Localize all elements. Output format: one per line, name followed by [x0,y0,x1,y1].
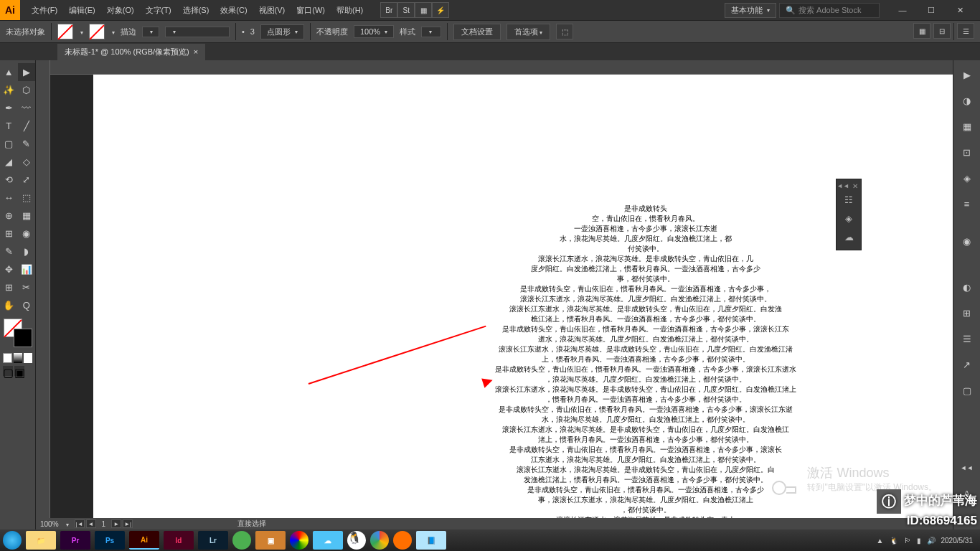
arrange-icon[interactable]: ▦ [415,2,432,18]
align2-icon[interactable]: ⊟ [933,23,951,39]
gpu-icon[interactable]: ⚡ [432,2,449,18]
eyedropper-tool[interactable]: ✎ [0,242,18,260]
menu-effect[interactable]: 效果(C) [215,5,253,16]
shaper-tool[interactable]: ◢ [0,153,18,171]
stroke-panel-icon[interactable]: ≡ [957,194,977,214]
taskbar-app-browser[interactable] [3,531,22,550]
menu-window[interactable]: 窗口(W) [291,5,331,16]
tray-icon[interactable]: ▲ [877,537,884,545]
close-button[interactable]: ✕ [946,1,974,19]
lasso-tool[interactable]: ⬡ [18,81,36,99]
blend-tool[interactable]: ◗ [18,242,36,260]
selection-tool[interactable]: ▲ [0,63,18,81]
next-artboard-button[interactable]: ► [111,519,121,528]
menu-select[interactable]: 选择(S) [177,5,215,16]
menu-help[interactable]: 帮助(H) [331,5,369,16]
search-input[interactable]: 🔍搜索 Adobe Stock [779,3,880,18]
symbol-sprayer-tool[interactable]: ✥ [0,260,18,278]
taskbar-app-premiere[interactable]: Pr [60,531,90,550]
workspace-dropdown[interactable]: 基本功能 [725,3,776,18]
direct-selection-tool[interactable]: ▶ [18,63,36,81]
magic-wand-tool[interactable]: ✨ [0,81,18,99]
prefs-button[interactable]: 首选项 [507,24,550,40]
taskbar-app-blue[interactable]: ☁ [313,531,343,550]
type-tool[interactable]: T [0,117,18,135]
zoom-dropdown[interactable] [65,520,69,528]
paintbrush-tool[interactable]: ✎ [18,135,36,153]
properties-icon[interactable]: ▶ [957,65,977,85]
area-text-object[interactable]: 是非成败转头空，青山依旧在，惯看秋月春风。一壶浊酒喜相逢，古今多少事，滚滚长江东… [473,204,818,529]
rectangle-tool[interactable]: ▢ [0,135,18,153]
profile-dropdown[interactable]: 点圆形 [260,24,304,39]
taskbar-app-notes[interactable]: 📘 [416,531,446,550]
fill-swatch[interactable] [57,24,73,39]
minimize-button[interactable]: — [888,1,917,19]
prev-artboard-button[interactable]: ◄ [86,519,96,528]
brushes-panel-icon[interactable]: ⊡ [957,142,977,162]
mesh-tool[interactable]: ⊞ [0,225,18,242]
tray-flag-icon[interactable]: 🏳 [904,537,911,545]
fill-dropdown[interactable] [79,27,83,36]
line-tool[interactable]: ╱ [18,117,36,135]
menu-file[interactable]: 文件(F) [26,5,63,16]
eraser-tool[interactable]: ◇ [18,153,36,171]
taskbar-app-rainbow[interactable] [290,531,308,550]
pen-tool[interactable]: ✒ [0,99,18,117]
zoom-level[interactable]: 100% [40,520,59,528]
cc-libraries-icon[interactable]: ◉ [957,231,977,251]
panel-close-icon[interactable]: ✕ [852,182,858,189]
ruler-horizontal[interactable] [50,60,953,75]
screen-mode-normal[interactable]: ▢ [3,366,13,376]
tray-battery-icon[interactable]: ▮ [917,537,921,545]
taskbar-app-media[interactable]: ▣ [255,531,286,550]
curvature-tool[interactable]: 〰 [18,99,36,117]
ruler-vertical[interactable] [36,60,50,529]
align-icon[interactable]: ▦ [913,23,930,39]
artboard[interactable]: 是非成败转头空，青山依旧在，惯看秋月春风。一壶浊酒喜相逢，古今多少事，滚滚长江东… [93,75,953,529]
color-panel-icon[interactable]: ◑ [957,90,977,110]
stroke-weight[interactable] [142,27,159,37]
floating-panel[interactable]: ◄◄✕ ☷ ◈ ☁ [836,179,862,250]
properties-panel-icon[interactable]: ☷ [839,191,859,208]
document-tab[interactable]: 未标题-1* @ 100% (RGB/像素预览) × [57,44,205,60]
hand-tool[interactable]: ✋ [0,296,18,314]
gradient-tool[interactable]: ◉ [18,225,36,242]
rotate-tool[interactable]: ⟲ [0,171,18,189]
style-dropdown[interactable] [421,27,441,37]
canvas-area[interactable]: 是非成败转头空，青山依旧在，惯看秋月春风。一壶浊酒喜相逢，古今多少事，滚滚长江东… [36,60,953,529]
slice-tool[interactable]: ✂ [18,278,36,296]
first-artboard-button[interactable]: |◄ [75,519,85,528]
appearance-panel-icon[interactable]: ◐ [957,277,977,297]
menu-object[interactable]: 对象(O) [101,5,140,16]
taskbar-app-chrome[interactable] [370,531,389,550]
artboard-tool[interactable]: ⊞ [0,278,18,296]
doc-setup-button[interactable]: 文档设置 [453,24,501,40]
stock-icon[interactable]: St [397,2,415,18]
opacity-input[interactable]: 100% [354,25,394,38]
brush-def[interactable] [165,27,230,37]
taskbar-app-illustrator[interactable]: Ai [129,531,159,550]
panel-collapse-icon[interactable]: ◄◄ [837,182,849,189]
fill-stroke-control[interactable] [4,319,32,347]
menu-edit[interactable]: 编辑(E) [63,5,101,16]
perspective-tool[interactable]: ▦ [18,207,36,225]
shape-builder-tool[interactable]: ⊕ [0,207,18,225]
taskbar-app-explorer[interactable]: 📁 [26,531,56,550]
layers2-icon[interactable]: ☰ [957,329,977,349]
color-mode-gradient[interactable] [14,353,22,363]
layers-panel-icon[interactable]: ◈ [839,209,859,227]
taskbar-app-indesign[interactable]: Id [164,531,194,550]
taskbar-app-green[interactable] [232,531,251,550]
taskbar-app-orange[interactable] [393,531,412,550]
graph-tool[interactable]: 📊 [18,260,36,278]
tray-qq-icon[interactable]: 🐧 [890,537,898,545]
free-transform-tool[interactable]: ⬚ [18,189,36,207]
artboards-panel-icon[interactable]: ▢ [957,380,977,400]
swatches-panel-icon[interactable]: ▦ [957,116,977,136]
maximize-button[interactable]: ☐ [917,1,946,19]
color-mode-none[interactable] [24,353,32,363]
graphic-styles-icon[interactable]: ⊞ [957,303,977,323]
transform-icon[interactable]: ⬚ [556,24,573,39]
tray-date[interactable]: 2020/5/31 [941,537,974,545]
artboard-number[interactable]: 1 [102,520,106,528]
